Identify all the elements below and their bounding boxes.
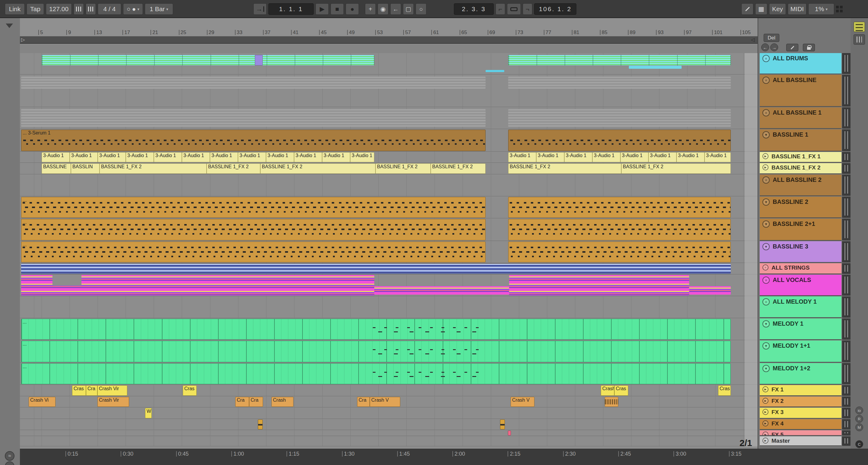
clip-bassline-1-fx-1[interactable]: 3-Audio 1: [705, 152, 731, 162]
fold-icon[interactable]: ▼: [763, 320, 770, 328]
track-lane-bassline-1-fx-1[interactable]: 3-Audio 13-Audio 13-Audio 13-Audio 13-Au…: [20, 152, 757, 163]
quantize-menu[interactable]: 1 Bar▾: [145, 3, 173, 15]
clip-all-bassline[interactable]: [21, 76, 486, 89]
track-lane-all-bassline-1[interactable]: [20, 107, 757, 129]
clip-fx-2[interactable]: Crash Vir: [97, 397, 129, 407]
fold-icon[interactable]: ▼: [763, 198, 770, 206]
track-header-fx-3[interactable]: ▶FX 3: [760, 408, 841, 418]
track-header-all-bassline-1[interactable]: ≡ALL BASSLINE 1: [760, 107, 841, 129]
clip-bassline-1-fx-1[interactable]: 3-Audio 1: [592, 152, 620, 162]
clip-bassline-1-fx-2[interactable]: BASSLINE 1_FX 2: [508, 163, 621, 174]
clip-fx-2[interactable]: Cra: [357, 397, 370, 407]
play-icon[interactable]: ▶: [763, 386, 769, 392]
clip-bassline-1-fx-1[interactable]: 3-Audio 1: [294, 152, 322, 162]
draw-pencil-button[interactable]: [741, 3, 753, 15]
clip-bassline-1-fx-1[interactable]: 3-Audio 1: [536, 152, 564, 162]
group-icon[interactable]: ≡: [763, 109, 770, 116]
clip-melody-1-2[interactable]: [373, 363, 486, 384]
clip-all-vocals[interactable]: [689, 286, 731, 294]
zoom-back-button[interactable]: ≈: [5, 451, 14, 461]
track-lane-bassline-1-fx-2[interactable]: BASSLINEBASSLINBASSLINE 1_FX 2BASSLINE 1…: [20, 163, 757, 174]
track-lane-all-strings[interactable]: [20, 263, 757, 274]
back-arrow-button[interactable]: ←: [761, 43, 769, 51]
automation-arm-button[interactable]: ◉: [378, 3, 389, 15]
track-header-melody-1-2[interactable]: ▼MELODY 1+2: [760, 363, 841, 384]
clip-all-drums[interactable]: [255, 55, 263, 65]
clip-all-bassline-1[interactable]: [21, 109, 486, 127]
clip-bassline-3[interactable]: [508, 242, 731, 262]
clip-fx-2[interactable]: Crash: [272, 397, 293, 407]
clip-bassline-1-fx-1[interactable]: 3-Audio 1: [322, 152, 350, 162]
computer-midi-keyboard-button[interactable]: ▦: [755, 3, 767, 15]
arrangement-position-display[interactable]: 1. 1. 1: [269, 3, 314, 15]
tap-tempo-button[interactable]: Tap: [27, 3, 44, 15]
loop-length-display[interactable]: 106. 1. 2: [534, 3, 576, 15]
track-header-bassline-1[interactable]: ▼BASSLINE 1: [760, 129, 841, 151]
track-header-bassline-1-fx-1[interactable]: ▶BASSLINE 1_FX 1: [760, 152, 841, 162]
nudge-up-button[interactable]: [86, 3, 96, 15]
track-lane-bassline-2[interactable]: ...: [20, 197, 757, 218]
clip-fx-1[interactable]: Cras: [72, 385, 86, 396]
mixer-toggle-c[interactable]: C: [855, 440, 863, 448]
midi-map-button[interactable]: MIDI: [788, 3, 806, 15]
track-lane-bassline-1[interactable]: ... 3-Serum 1: [20, 129, 757, 152]
clip-bassline-1-fx-1[interactable]: 3-Audio 1: [266, 152, 294, 162]
track-lane-melody-1-2[interactable]: ...: [20, 363, 757, 385]
clip-bassline-1-fx-1[interactable]: 3-Audio 1: [126, 152, 154, 162]
clip-fx-1[interactable]: Cras: [614, 385, 628, 396]
track-header-bassline-2[interactable]: ▼BASSLINE 2: [760, 197, 841, 218]
track-lane-melody-1[interactable]: ...: [20, 318, 757, 340]
clip-bassline-1-fx-1[interactable]: 3-Audio 1: [350, 152, 374, 162]
loop-button[interactable]: [507, 3, 521, 15]
clip-fx-5[interactable]: [508, 431, 511, 435]
clip-all-bassline[interactable]: [508, 76, 731, 89]
clip-bassline-1-fx-2[interactable]: BASSLINE 1_FX 2: [431, 163, 486, 174]
loop-end-marker-icon[interactable]: ◁: [751, 37, 754, 42]
clip-fx-2[interactable]: Cra: [249, 397, 263, 407]
track-header-all-drums[interactable]: ≡ALL DRUMS: [760, 53, 841, 74]
group-icon[interactable]: ≡: [763, 265, 769, 271]
clip-fx-2[interactable]: [605, 397, 618, 407]
track-lane-fx-2[interactable]: Crash ViCrash VirCraCraCrashCraCrash VCr…: [20, 397, 757, 407]
track-header-melody-1[interactable]: ▼MELODY 1: [760, 318, 841, 340]
track-lane-all-bassline-2[interactable]: [20, 175, 757, 196]
clip-fx-4[interactable]: [500, 420, 505, 429]
io-panel-toggle-button[interactable]: [854, 34, 865, 44]
track-header-fx-2[interactable]: ▶FX 2: [760, 397, 841, 407]
play-button[interactable]: ▶: [315, 3, 329, 15]
key-map-button[interactable]: Key: [769, 3, 786, 15]
track-header-master[interactable]: ▶Master: [760, 436, 841, 446]
link-button[interactable]: Link: [5, 3, 25, 15]
clip-bassline-1-fx-2[interactable]: BASSLINE: [42, 163, 71, 174]
clip-fx-1[interactable]: Crash: [601, 385, 614, 396]
fold-icon[interactable]: ▼: [763, 243, 770, 250]
clip-bassline-1-fx-1[interactable]: 3-Audio 1: [620, 152, 648, 162]
clip-bassline-1-fx-1[interactable]: 3-Audio 1: [42, 152, 70, 162]
fold-icon[interactable]: ▼: [763, 365, 770, 372]
tempo-field[interactable]: 127.00: [46, 3, 72, 15]
clip-bassline-1[interactable]: [508, 130, 731, 151]
clip-fx-2[interactable]: Crash V: [510, 397, 534, 407]
clip-all-vocals[interactable]: [509, 275, 689, 296]
edit-pencil-button[interactable]: [786, 44, 798, 51]
clip-bassline-1-fx-1[interactable]: 3-Audio 1: [210, 152, 238, 162]
clip-fx-2[interactable]: Cra: [235, 397, 249, 407]
bar-ruler[interactable]: 5913172125293337414549535761656973778185…: [20, 18, 757, 36]
clip-bassline-1-fx-2[interactable]: BASSLINE 1_FX 2: [99, 163, 207, 174]
clip-melody-1[interactable]: [373, 319, 486, 340]
clip-bassline-1-fx-2[interactable]: BASSLINE 1_FX 2: [207, 163, 260, 174]
stop-button[interactable]: ■: [331, 3, 344, 15]
track-header-all-bassline[interactable]: ≡ALL BASSLINE: [760, 75, 841, 107]
group-icon[interactable]: ≡: [763, 177, 770, 184]
clip-bassline-2-1[interactable]: [508, 219, 731, 240]
fold-icon[interactable]: ▼: [763, 131, 770, 138]
clip-bassline-1-fx-1[interactable]: 3-Audio 1: [508, 152, 536, 162]
play-icon[interactable]: ▶: [763, 398, 769, 404]
track-header-bassline-1-fx-2[interactable]: ▶BASSLINE 1_FX 2: [760, 163, 841, 174]
clip-bassline-1-fx-1[interactable]: 3-Audio 1: [182, 152, 210, 162]
track-header-fx-4[interactable]: ▶FX 4: [760, 419, 841, 430]
track-header-all-bassline-2[interactable]: ≡ALL BASSLINE 2: [760, 175, 841, 196]
clip-bassline-1-fx-2[interactable]: BASSLINE 1_FX 2: [621, 163, 731, 174]
track-lane-all-vocals[interactable]: [20, 275, 757, 296]
capture-midi-button[interactable]: ○: [415, 3, 427, 15]
